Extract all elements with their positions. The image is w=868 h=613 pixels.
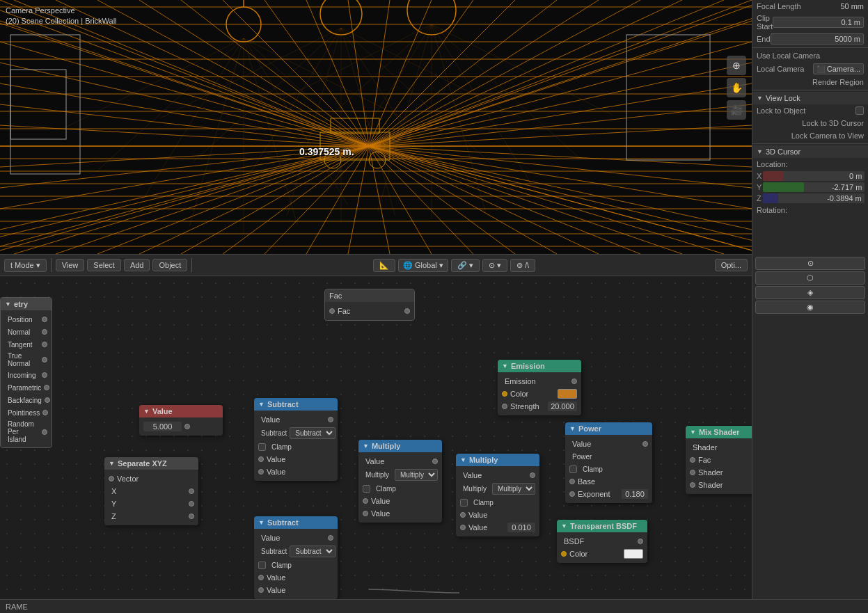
- node-editor[interactable]: ▼etry Position Normal Tangent True Norma…: [0, 276, 752, 613]
- power-clamp[interactable]: [569, 465, 577, 473]
- distance-display: 0.397525 m.: [299, 146, 354, 157]
- viewport-3d[interactable]: Camera Perspective (20) Scene Collection…: [0, 0, 752, 254]
- render-region-label: Render Region: [812, 78, 864, 86]
- camera-icon[interactable]: 🎥: [727, 100, 746, 120]
- falloff-btn[interactable]: ⊚ /\: [510, 259, 535, 272]
- cursor-3d-section[interactable]: ▼ 3D Cursor: [752, 145, 868, 158]
- view-lock-section[interactable]: ▼ View Lock: [752, 92, 868, 104]
- cursor-section-triangle: ▼: [757, 148, 763, 155]
- snap-btn[interactable]: 🔗 ▾: [451, 259, 480, 272]
- end-input[interactable]: [771, 33, 864, 45]
- transparent-bsdf-node[interactable]: ▼ Transparent BSDF BSDF Color: [557, 520, 647, 563]
- clip-start-input[interactable]: [773, 17, 864, 28]
- multiply1-header[interactable]: ▼ Multiply: [358, 440, 442, 452]
- power-exponent[interactable]: [622, 489, 648, 499]
- emission-node[interactable]: ▼ Emission Emission Color Strength: [498, 360, 581, 415]
- add-menu[interactable]: Add: [124, 259, 150, 271]
- loc-y-label: Y: [757, 183, 762, 191]
- status-bar: RAME: [0, 599, 868, 613]
- separate-xyz-node[interactable]: ▼ Separate XYZ Vector X Y Z: [104, 457, 198, 525]
- viewport-shading-btn2[interactable]: ◈: [755, 286, 865, 299]
- value-node[interactable]: ▼ Value: [139, 405, 223, 436]
- geometry-node-partial[interactable]: ▼etry Position Normal Tangent True Norma…: [0, 297, 52, 448]
- multiply1-dropdown[interactable]: Multiply: [395, 469, 438, 481]
- mix-shader-node[interactable]: ▼ Mix Shader Shader Fac Shader Shader: [686, 426, 752, 494]
- multiply2-value[interactable]: [507, 523, 535, 532]
- proportional-btn[interactable]: ⊙ ▾: [482, 259, 507, 272]
- subtract1-header[interactable]: ▼ Subtract: [254, 398, 338, 411]
- loc-z-input[interactable]: [763, 193, 865, 203]
- multiply-node-2[interactable]: ▼ Multiply Value Multiply Multiply Clamp…: [456, 454, 539, 536]
- lock-to-object-checkbox[interactable]: [855, 106, 864, 115]
- power-header[interactable]: ▼ Power: [565, 422, 652, 435]
- view-lock-triangle: ▼: [757, 95, 763, 102]
- viewport-shading-btn3[interactable]: ◉: [755, 301, 865, 314]
- select-menu[interactable]: Select: [87, 259, 121, 271]
- rotation-label: Rotation:: [757, 206, 787, 214]
- subtract1-clamp[interactable]: [258, 443, 266, 451]
- pan-icon[interactable]: ✋: [727, 78, 746, 97]
- subtract-node-2[interactable]: ▼ Subtract Value Subtract Subtract Clamp…: [254, 516, 338, 599]
- loc-z-label: Z: [757, 194, 762, 202]
- multiply2-clamp[interactable]: [460, 499, 468, 507]
- subtract-node-1[interactable]: ▼ Subtract Value Subtract Subtract Clamp…: [254, 398, 338, 481]
- mix-shader-header[interactable]: ▼ Mix Shader: [686, 426, 752, 438]
- lock-to-3d-cursor-label: Lock to 3D Cursor: [802, 119, 864, 127]
- transform-btn[interactable]: 📐: [373, 259, 395, 272]
- subtract2-header[interactable]: ▼ Subtract: [254, 516, 338, 529]
- lock-camera-to-view-label: Lock Camera to View: [791, 132, 864, 140]
- cursor-3d-label: 3D Cursor: [766, 148, 800, 156]
- properties-panel: Focal Length 50 mm Clip Start End Use Lo…: [752, 0, 868, 254]
- geometry-node-header[interactable]: ▼etry: [1, 298, 52, 310]
- view-menu[interactable]: View: [56, 259, 85, 271]
- value-input[interactable]: [143, 422, 182, 431]
- mode-dropdown[interactable]: t Mode ▾: [4, 259, 47, 272]
- power-node[interactable]: ▼ Power Value Power Clamp Base Exponent: [565, 422, 652, 503]
- focal-length-value: 50 mm: [840, 2, 864, 10]
- focal-length-label: Focal Length: [757, 2, 840, 10]
- transparent-bsdf-header[interactable]: ▼ Transparent BSDF: [557, 520, 647, 532]
- object-menu[interactable]: Object: [152, 259, 187, 271]
- zoom-icon[interactable]: ⊕: [727, 56, 746, 75]
- emission-header[interactable]: ▼ Emission: [498, 360, 581, 372]
- right-panel-bottom: ⊙ ⬡ ◈ ◉: [752, 254, 868, 613]
- global-dropdown[interactable]: 🌐 Global ▾: [398, 259, 448, 272]
- end-label: End: [757, 35, 771, 43]
- lock-to-object-label: Lock to Object: [757, 106, 855, 115]
- fac-node[interactable]: Fac Fac: [324, 289, 415, 321]
- status-label: RAME: [6, 603, 28, 611]
- value-node-header[interactable]: ▼ Value: [139, 405, 223, 417]
- viewport-shading-btn[interactable]: ⬡: [755, 271, 865, 285]
- location-label: Location:: [757, 160, 788, 168]
- subtract2-clamp[interactable]: [258, 562, 266, 569]
- use-local-camera-label: Use Local Camera: [757, 51, 864, 60]
- local-camera-value[interactable]: Camera...: [827, 65, 860, 73]
- node-editor-toolbar: t Mode ▾ View Select Add Object 📐 🌐 Glob…: [0, 254, 752, 276]
- local-camera-label: Local Camera: [757, 65, 813, 73]
- subtract1-dropdown[interactable]: Subtract: [290, 427, 336, 439]
- separate-xyz-header[interactable]: ▼ Separate XYZ: [104, 457, 198, 470]
- multiply1-clamp[interactable]: [363, 485, 370, 493]
- overlay-btn[interactable]: ⊙: [755, 257, 865, 270]
- emission-strength[interactable]: [548, 401, 577, 411]
- multiply2-dropdown[interactable]: Multiply: [492, 483, 535, 495]
- view-lock-label: View Lock: [766, 94, 800, 102]
- loc-x-label: X: [757, 172, 762, 180]
- options-btn[interactable]: Opti...: [715, 259, 748, 271]
- clip-start-label: Clip Start: [757, 14, 773, 31]
- multiply2-header[interactable]: ▼ Multiply: [456, 454, 539, 466]
- viewport-tools: ⊕ ✋ 🎥: [727, 56, 746, 120]
- subtract2-dropdown[interactable]: Subtract: [290, 546, 336, 557]
- multiply-node-1[interactable]: ▼ Multiply Value Multiply Multiply Clamp…: [358, 440, 442, 523]
- fac-node-header[interactable]: Fac: [325, 289, 414, 302]
